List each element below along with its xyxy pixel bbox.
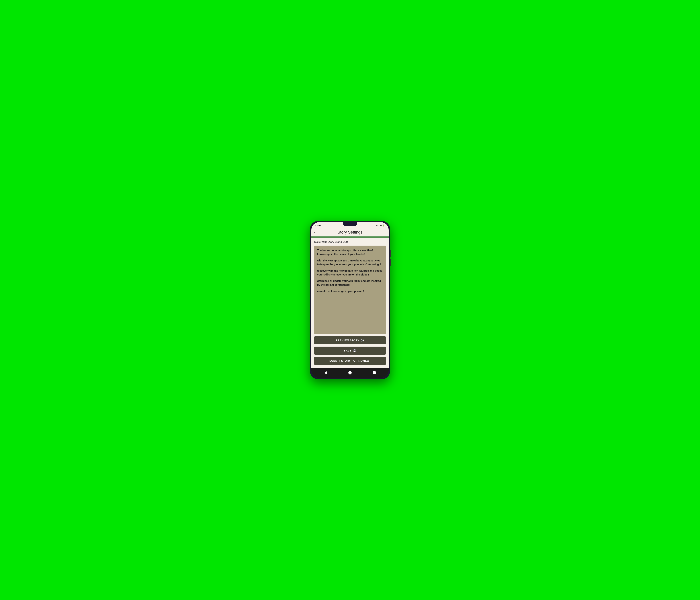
screen-content: Make Your Story Stand Out: The hackernoo…	[311, 238, 389, 368]
status-icons: ▾▴▾ ▪▪ 🔋	[376, 224, 385, 227]
story-text-area: The hackernoon mobile app offers a wealt…	[314, 246, 386, 334]
save-icon	[353, 349, 356, 352]
preview-button-label: PREVIEW STORY	[336, 339, 359, 342]
save-button[interactable]: SAVE	[314, 347, 386, 355]
recent-icon	[373, 371, 376, 374]
section-label: Make Your Story Stand Out:	[314, 241, 386, 243]
save-button-label: SAVE	[344, 349, 351, 352]
nav-recent-button[interactable]	[371, 370, 377, 376]
navigation-bar	[311, 368, 389, 378]
volume-down-button[interactable]	[390, 259, 391, 266]
story-paragraph-5: a wealth of knowledge in your pocket !	[317, 289, 383, 293]
home-icon	[348, 371, 352, 374]
submit-story-button[interactable]: SUBMIT STORY FOR REVIEW!	[314, 357, 386, 365]
back-button[interactable]: ‹	[314, 230, 316, 234]
eyes-icon	[361, 339, 364, 342]
story-paragraph-2: with the New update you Can write Amazin…	[317, 259, 383, 266]
battery-icon: 🔋	[382, 224, 385, 227]
wifi-icon: ▾▴▾	[376, 224, 379, 227]
status-time: 13:59	[315, 224, 321, 227]
signal-icon: ▪▪	[380, 224, 382, 227]
story-paragraph-1: The hackernoon mobile app offers a wealt…	[317, 249, 383, 256]
phone-frame: 13:59 ▾▴▾ ▪▪ 🔋 ‹ Story Settings Make You…	[310, 221, 390, 379]
app-header: ‹ Story Settings	[311, 228, 389, 237]
story-paragraph-4: download or update your app today and ge…	[317, 279, 383, 287]
notch	[343, 222, 357, 226]
nav-home-button[interactable]	[347, 370, 353, 376]
back-icon	[324, 371, 327, 375]
story-paragraph-3: discover with the new update rich featur…	[317, 269, 383, 277]
volume-up-button[interactable]	[390, 250, 391, 257]
page-title: Story Settings	[338, 230, 362, 235]
submit-button-label: SUBMIT STORY FOR REVIEW!	[329, 359, 371, 362]
preview-story-button[interactable]: PREVIEW STORY	[314, 336, 386, 344]
nav-back-button[interactable]	[323, 370, 329, 376]
